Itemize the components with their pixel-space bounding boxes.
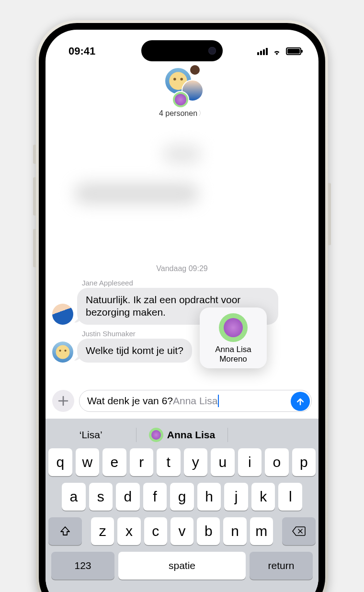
group-title-button[interactable]: 4 personen 〉: [159, 109, 205, 118]
key-t[interactable]: t: [157, 448, 181, 476]
unicorn-icon: [149, 428, 163, 442]
key-a[interactable]: a: [62, 483, 86, 511]
sender-label: Justin Shumaker: [82, 330, 312, 338]
key-f[interactable]: f: [143, 483, 167, 511]
mention-suggestion-popover[interactable]: Anna Lisa Moreno: [200, 307, 267, 368]
mention-name-line: Moreno: [215, 354, 251, 364]
key-x[interactable]: x: [117, 517, 140, 545]
key-d[interactable]: d: [116, 483, 140, 511]
shift-key[interactable]: [48, 517, 82, 545]
key-v[interactable]: v: [171, 517, 193, 545]
message-bubble[interactable]: Welke tijd komt je uit?: [77, 339, 192, 363]
compose-mention-text: Anna Lisa: [173, 395, 217, 407]
prediction-item[interactable]: ‘Lisa’: [46, 429, 136, 441]
message-row: Welke tijd komt je uit?: [52, 339, 312, 363]
key-h[interactable]: h: [197, 483, 221, 511]
avatar[interactable]: [52, 304, 73, 325]
status-bar: 09:41: [46, 30, 318, 63]
screen: 09:41 4 personen 〉: [46, 30, 318, 592]
space-key[interactable]: spatie: [118, 552, 246, 580]
group-label: 4 personen: [159, 109, 197, 118]
key-e[interactable]: e: [102, 448, 126, 476]
key-p[interactable]: p: [292, 448, 316, 476]
key-k[interactable]: k: [251, 483, 275, 511]
key-q[interactable]: q: [48, 448, 72, 476]
key-w[interactable]: w: [76, 448, 100, 476]
sender-label: Jane Appleseed: [82, 279, 312, 287]
key-i[interactable]: i: [238, 448, 262, 476]
key-y[interactable]: y: [184, 448, 208, 476]
key-l[interactable]: l: [278, 483, 302, 511]
key-z[interactable]: z: [91, 517, 114, 545]
status-time: 09:41: [68, 45, 95, 57]
prediction-item[interactable]: Anna Lisa: [136, 428, 227, 442]
blurred-messages: [74, 145, 290, 240]
add-attachment-button[interactable]: [52, 390, 74, 412]
key-u[interactable]: u: [211, 448, 235, 476]
key-b[interactable]: b: [197, 517, 220, 545]
key-c[interactable]: c: [144, 517, 167, 545]
phone-frame: 09:41 4 personen 〉: [36, 20, 328, 592]
key-o[interactable]: o: [265, 448, 289, 476]
timestamp-label: Vandaag 09:29: [46, 264, 318, 273]
wifi-icon: [272, 47, 282, 55]
shift-icon: [59, 525, 71, 537]
group-avatar[interactable]: [160, 63, 204, 106]
backspace-key[interactable]: [282, 517, 316, 545]
key-n[interactable]: n: [223, 517, 246, 545]
key-j[interactable]: j: [224, 483, 248, 511]
avatar[interactable]: [52, 342, 73, 363]
backspace-icon: [292, 526, 306, 536]
message-row: Natuurlijk. Ik zal een opdracht voor bez…: [52, 288, 312, 325]
compose-typed-text: Wat denk je van 6?: [87, 395, 173, 407]
key-s[interactable]: s: [89, 483, 113, 511]
unicorn-icon: [219, 313, 248, 342]
chevron-right-icon: 〉: [198, 109, 205, 118]
battery-icon: [286, 47, 301, 55]
cellular-icon: [257, 47, 268, 55]
key-m[interactable]: m: [250, 517, 273, 545]
compose-input[interactable]: Wat denk je van 6? Anna Lisa: [79, 390, 312, 412]
keyboard: ‘Lisa’ Anna Lisa qwertyuiop asdfghjkl: [46, 419, 318, 592]
return-key[interactable]: return: [250, 552, 313, 580]
key-g[interactable]: g: [170, 483, 194, 511]
mention-name-line: Anna Lisa: [215, 345, 251, 354]
numbers-key[interactable]: 123: [51, 552, 114, 580]
key-r[interactable]: r: [130, 448, 154, 476]
send-button[interactable]: [291, 392, 310, 411]
arrow-up-icon: [296, 397, 305, 406]
